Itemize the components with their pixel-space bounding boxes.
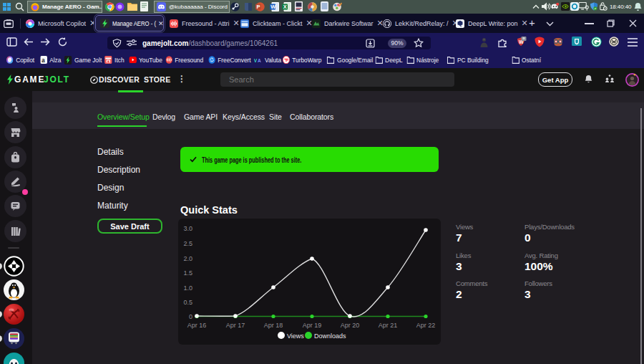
svg-text:Apr 20: Apr 20 [341, 322, 360, 329]
svg-text:1.5: 1.5 [183, 269, 192, 277]
svg-text:Apr 19: Apr 19 [303, 322, 322, 329]
svg-text:Apr 18: Apr 18 [264, 322, 283, 329]
svg-text:2.0: 2.0 [183, 255, 192, 262]
svg-text:Views: Views [287, 332, 304, 340]
svg-text:0: 0 [189, 313, 192, 320]
svg-text:2.5: 2.5 [183, 240, 192, 247]
svg-text:0.5: 0.5 [183, 299, 192, 306]
svg-text:Downloads: Downloads [314, 332, 346, 340]
svg-text:Apr 22: Apr 22 [416, 322, 436, 329]
svg-text:X: X [283, 4, 287, 10]
svg-text:W: W [270, 4, 276, 10]
svg-text:3.0: 3.0 [183, 225, 192, 232]
svg-text:Apr 16: Apr 16 [187, 322, 207, 329]
svg-text:P: P [257, 4, 260, 10]
svg-text:A: A [258, 57, 261, 62]
svg-text:a: a [42, 56, 45, 64]
svg-text:V: V [254, 57, 258, 62]
svg-text:1.0: 1.0 [183, 284, 192, 292]
svg-text:Apr 17: Apr 17 [226, 322, 245, 329]
svg-text:Apr 21: Apr 21 [379, 322, 398, 329]
